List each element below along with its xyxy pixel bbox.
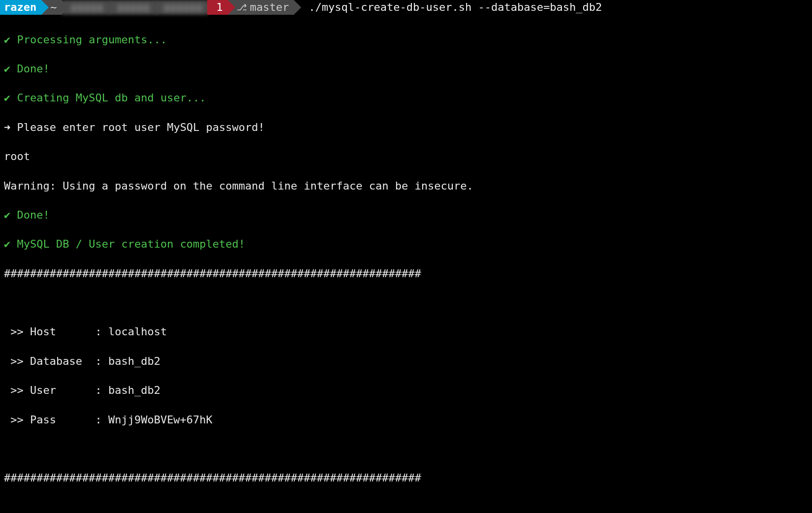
divider-line: ########################################… [4,266,808,281]
prompt-path-segment-3: ▮▮▮▮▮▮ [155,0,207,15]
git-branch-icon: ⎇ [237,1,247,13]
output-line: ✔ Done! [4,62,808,76]
command-text: ./mysql-create-db-user.sh --database=bas… [294,0,602,15]
prompt-branch: ⎇ master [228,0,294,15]
branch-name: master [250,0,289,15]
prompt-path-segment-2: ▮▮▮▮▮ [108,0,155,15]
prompt-user: razen [0,0,41,15]
info-user: >> User : bash_db2 [4,383,808,398]
terminal-prompt: razen ~ ▮▮▮▮▮ ▮▮▮▮▮ ▮▮▮▮▮▮ 1 ⎇ master ./… [0,0,812,15]
check-icon: ✔ [4,209,10,221]
output-line: root [4,149,808,164]
check-icon: ✔ [4,92,10,104]
output-line: Warning: Using a password on the command… [4,179,808,193]
info-host: >> Host : localhost [4,324,808,339]
output-line: ✔ Processing arguments... [4,32,808,47]
prompt-number: 1 [207,0,227,15]
output-line: ➜ Please enter root user MySQL password! [4,120,808,135]
check-icon: ✔ [4,33,10,46]
output-line: ✔ Creating MySQL db and user... [4,91,808,105]
arrow-icon: ➜ [4,121,10,133]
info-database: >> Database : bash_db2 [4,354,808,369]
output-line: ✔ Done! [4,208,808,223]
divider-line: ########################################… [4,471,808,485]
terminal-output: ✔ Processing arguments... ✔ Done! ✔ Crea… [0,15,812,513]
output-line: ✔ MySQL DB / User creation completed! [4,237,808,252]
check-icon: ✔ [4,63,10,75]
info-pass: >> Pass : Wnjj9WoBVEw+67hK [4,413,808,427]
check-icon: ✔ [4,238,10,250]
